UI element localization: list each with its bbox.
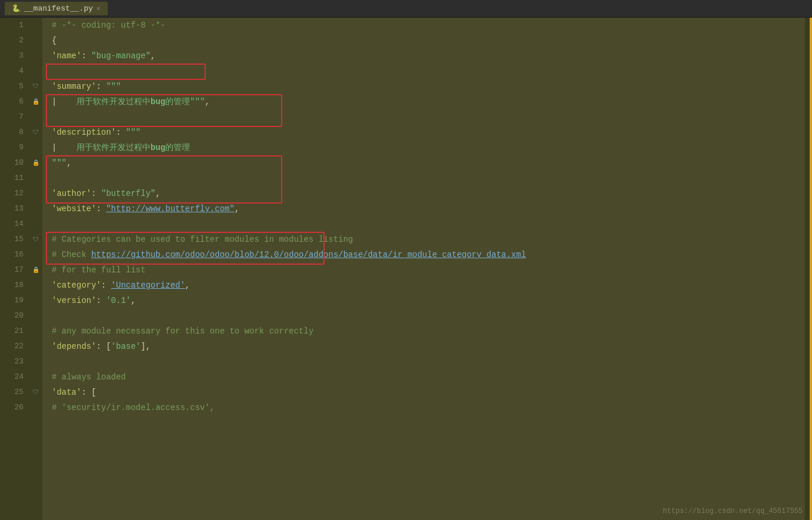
gutter-icon: 🛡 xyxy=(29,232,42,247)
code-content[interactable]: # -*- coding: utf-8 -*-{ 'name': "bug-ma… xyxy=(42,18,805,520)
gutter: 🛡🔒🛡🔒🛡🔒🛡 xyxy=(29,18,42,520)
line-number: 17 xyxy=(0,262,24,278)
line-number: 2 xyxy=(0,33,24,48)
line-number: 15 xyxy=(0,232,24,247)
line-number: 25 xyxy=(0,385,24,400)
line-number: 13 xyxy=(0,201,24,216)
code-line: | 用于软件开发过程中bug的管理 xyxy=(52,140,805,155)
gutter-icon xyxy=(29,247,42,262)
gutter-icon xyxy=(29,369,42,385)
tab-filename: __manifest__.py xyxy=(24,4,93,13)
code-line: 'author': "butterfly", xyxy=(52,186,805,201)
line-numbers: 1234567891011121314151617181920212223242… xyxy=(0,18,29,520)
gutter-icon xyxy=(29,278,42,293)
gutter-icon xyxy=(29,33,42,48)
gutter-icon: 🔒 xyxy=(29,262,42,278)
gutter-icon: 🛡 xyxy=(29,125,42,140)
gutter-icon xyxy=(29,140,42,155)
code-line: # Check https://github.com/odoo/odoo/blo… xyxy=(52,247,805,262)
code-line: # any module necessary for this one to w… xyxy=(52,324,805,339)
code-line: # always loaded xyxy=(52,369,805,385)
line-number: 1 xyxy=(0,18,24,33)
gutter-icon: 🔒 xyxy=(29,155,42,171)
gutter-icon: 🛡 xyxy=(29,385,42,400)
code-line xyxy=(52,171,805,186)
gutter-icon xyxy=(29,201,42,216)
line-number: 3 xyxy=(0,48,24,64)
gutter-icon xyxy=(29,64,42,79)
gutter-icon xyxy=(29,109,42,125)
line-number: 21 xyxy=(0,324,24,339)
code-line: | 用于软件开发过程中bug的管理""", xyxy=(52,94,805,109)
code-line: { xyxy=(52,33,805,48)
title-bar: 🐍 __manifest__.py × xyxy=(0,0,812,18)
code-line: 'version': '0.1', xyxy=(52,293,805,308)
code-line: 'depends': ['base'], xyxy=(52,339,805,354)
code-line: # for the full list xyxy=(52,262,805,278)
watermark: https://blog.csdn.net/qq_45617555 xyxy=(663,507,803,515)
code-line: # Categories can be used to filter modul… xyxy=(52,232,805,247)
python-icon: 🐍 xyxy=(12,4,21,13)
tab-close-button[interactable]: × xyxy=(96,5,101,12)
code-line: 'website': "http://www.butterfly.com", xyxy=(52,201,805,216)
gutter-icon xyxy=(29,324,42,339)
gutter-icon xyxy=(29,339,42,354)
line-number: 14 xyxy=(0,216,24,232)
code-line: # -*- coding: utf-8 -*- xyxy=(52,18,805,33)
line-number: 23 xyxy=(0,354,24,369)
gutter-icon xyxy=(29,400,42,415)
gutter-icon xyxy=(29,354,42,369)
gutter-icon: 🛡 xyxy=(29,79,42,94)
line-number: 22 xyxy=(0,339,24,354)
line-number: 5 xyxy=(0,79,24,94)
code-line xyxy=(52,354,805,369)
gutter-icon xyxy=(29,216,42,232)
line-number: 9 xyxy=(0,140,24,155)
file-tab[interactable]: 🐍 __manifest__.py × xyxy=(5,2,108,15)
code-line: 'description': """ xyxy=(52,125,805,140)
code-line: 'data': [ xyxy=(52,385,805,400)
line-number: 12 xyxy=(0,186,24,201)
line-number: 18 xyxy=(0,278,24,293)
gutter-icon xyxy=(29,308,42,324)
line-number: 11 xyxy=(0,171,24,186)
gutter-icon xyxy=(29,18,42,33)
code-line xyxy=(52,308,805,324)
code-line: """, xyxy=(52,155,805,171)
line-number: 7 xyxy=(0,109,24,125)
line-number: 26 xyxy=(0,400,24,415)
line-number: 24 xyxy=(0,369,24,385)
line-number: 6 xyxy=(0,94,24,109)
gutter-icon xyxy=(29,48,42,64)
code-line xyxy=(52,64,805,79)
gutter-icon: 🔒 xyxy=(29,94,42,109)
line-number: 8 xyxy=(0,125,24,140)
line-number: 20 xyxy=(0,308,24,324)
gutter-icon xyxy=(29,171,42,186)
editor-area: 1234567891011121314151617181920212223242… xyxy=(0,18,812,520)
line-number: 10 xyxy=(0,155,24,171)
gutter-icon xyxy=(29,186,42,201)
code-line xyxy=(52,109,805,125)
code-line: 'summary': """ xyxy=(52,79,805,94)
right-border-indicator xyxy=(810,18,812,520)
code-line: 'category': 'Uncategorized', xyxy=(52,278,805,293)
gutter-icon xyxy=(29,293,42,308)
line-number: 16 xyxy=(0,247,24,262)
code-line xyxy=(52,216,805,232)
code-line: 'name': "bug-manage", xyxy=(52,48,805,64)
line-number: 4 xyxy=(0,64,24,79)
line-number: 19 xyxy=(0,293,24,308)
code-line: # 'security/ir.model.access.csv', xyxy=(52,400,805,415)
